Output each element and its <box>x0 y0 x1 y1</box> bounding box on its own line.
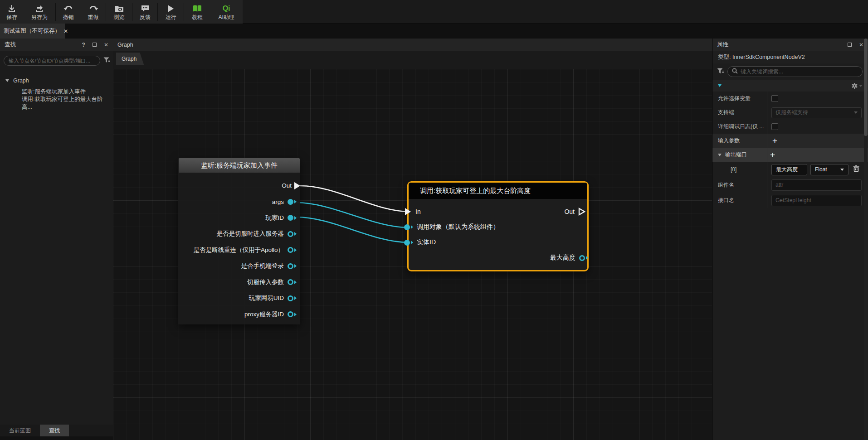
data-pin-connected[interactable] <box>288 215 297 221</box>
node-listen-player-join[interactable]: 监听:服务端玩家加入事件 Out args 玩家ID <box>178 158 300 324</box>
toolbar-button-label: 浏览 <box>114 15 125 20</box>
node-title-bar[interactable]: 调用:获取玩家可登上的最大台阶高度 <box>409 183 587 199</box>
close-icon[interactable]: ✕ <box>63 28 68 34</box>
toolbar-button-label: 教程 <box>192 15 203 20</box>
close-icon[interactable]: ✕ <box>859 42 863 48</box>
data-pin[interactable] <box>288 295 297 301</box>
wire-data <box>296 203 408 227</box>
support-dropdown[interactable]: 仅服务端支持 <box>771 107 862 118</box>
add-output-port-button[interactable]: + <box>770 150 775 159</box>
component-name-input[interactable] <box>771 179 862 191</box>
search-icon <box>732 68 738 76</box>
collapse-arrow-icon[interactable] <box>718 84 722 87</box>
prop-row-support: 支持端 仅服务端支持 <box>712 106 868 120</box>
port-row: 调用对象（默认为系统组件） <box>409 219 587 235</box>
tree-root-label: Graph <box>13 77 29 84</box>
data-pin[interactable] <box>288 231 297 237</box>
redo-button[interactable]: 重做 <box>81 0 106 24</box>
run-button[interactable]: 运行 <box>158 0 184 24</box>
verbose-log-checkbox[interactable] <box>771 123 778 130</box>
feedback-button[interactable]: 反馈 <box>132 0 157 24</box>
graph-tab-row: Graph <box>113 51 712 69</box>
data-pin[interactable] <box>288 263 297 269</box>
data-pin-connected[interactable] <box>288 199 297 205</box>
app-window: 保存 另存为 撤销 重做 <box>0 0 868 440</box>
browse-button[interactable]: 浏览 <box>106 0 132 24</box>
prop-row-verbose-log: 详细调试日志(仅 ... <box>712 120 868 134</box>
graph-panel-title: Graph <box>117 42 133 48</box>
save-as-icon <box>35 4 44 14</box>
document-tab-label: 测试蓝图（不可保存） <box>4 27 60 35</box>
collapse-arrow-icon[interactable] <box>5 79 9 82</box>
allow-var-checkbox[interactable] <box>771 95 778 102</box>
document-tab[interactable]: 测试蓝图（不可保存） ✕ <box>0 24 65 39</box>
data-pin[interactable] <box>288 279 297 285</box>
port-row: 实体ID <box>409 235 587 250</box>
find-panel-header: 查找 ? ✕ <box>0 39 113 51</box>
interface-name-input[interactable] <box>771 195 862 206</box>
save-as-button[interactable]: 另存为 <box>24 0 55 24</box>
prop-row-interface-name: 接口名 <box>712 193 868 208</box>
delete-port-button[interactable] <box>853 165 859 174</box>
bottom-strip <box>0 436 113 440</box>
properties-search-input[interactable] <box>741 68 858 75</box>
graph-canvas[interactable]: 监听:服务端玩家加入事件 Out args 玩家ID <box>113 69 712 440</box>
tutorial-book-icon <box>192 4 202 14</box>
feedback-icon <box>141 4 150 14</box>
toolbar-button-label: 撤销 <box>63 15 74 20</box>
popout-icon[interactable] <box>848 43 852 47</box>
properties-rows: 允许选择变量 支持端 仅服务端支持 详细调试日志(仅 ... 输入参数 + <box>712 92 868 208</box>
filter-icon[interactable] <box>717 68 724 76</box>
node-call-get-step-height[interactable]: 调用:获取玩家可登上的最大台阶高度 In Out 调用对象（默认为系统组件） <box>407 181 589 271</box>
exec-in-pin[interactable] <box>405 208 411 215</box>
close-icon[interactable]: ✕ <box>104 42 108 48</box>
toolbar-button-label: 反馈 <box>140 15 151 20</box>
tab-current-blueprint[interactable]: 当前蓝图 <box>0 425 40 436</box>
tutorial-button[interactable]: 教程 <box>184 0 210 24</box>
prop-row-input-params[interactable]: 输入参数 + <box>712 134 868 148</box>
tree-item-label: 调用:获取玩家可登上的最大台阶高... <box>22 96 113 111</box>
node-body: In Out 调用对象（默认为系统组件） 实体ID <box>409 199 587 266</box>
prop-row-allow-var: 允许选择变量 <box>712 92 868 106</box>
collapse-arrow-icon[interactable] <box>718 154 722 156</box>
undo-button[interactable]: 撤销 <box>56 0 81 24</box>
add-input-param-button[interactable]: + <box>772 136 777 145</box>
run-icon <box>168 4 174 14</box>
port-row: proxy服务器ID <box>178 306 300 323</box>
find-results-tree: Graph 监听:服务端玩家加入事件 调用:获取玩家可登上的最大台阶高... <box>0 69 113 109</box>
scrollbar-thumb[interactable] <box>864 39 868 136</box>
toolbar: 保存 另存为 撤销 重做 <box>0 0 868 24</box>
find-panel-title: 查找 <box>5 41 16 48</box>
help-icon[interactable]: ? <box>82 42 85 48</box>
properties-search-row <box>712 63 868 80</box>
tree-item[interactable]: 调用:获取玩家可登上的最大台阶高... <box>0 97 113 109</box>
data-pin-connected[interactable] <box>404 240 413 246</box>
column-divider <box>767 92 767 208</box>
prop-row-component-name: 组件名 <box>712 177 868 193</box>
data-pin[interactable] <box>579 255 588 261</box>
port-row: 是否是切服时进入服务器 <box>178 226 300 242</box>
filter-icon[interactable] <box>103 57 110 65</box>
exec-out-pin[interactable] <box>294 182 300 189</box>
gear-icon[interactable] <box>852 83 863 89</box>
exec-out-pin[interactable] <box>578 208 585 216</box>
port0-type-dropdown[interactable]: Float <box>810 164 848 175</box>
popout-icon[interactable] <box>93 43 97 47</box>
data-pin[interactable] <box>288 247 297 253</box>
properties-title: 属性 <box>717 41 728 48</box>
save-button[interactable]: 保存 <box>0 0 24 24</box>
toolbar-button-label: 另存为 <box>31 15 48 20</box>
find-search-input[interactable] <box>4 56 100 66</box>
tab-find[interactable]: 查找 <box>40 425 69 436</box>
ai-assistant-button[interactable]: Qi AI助理 <box>210 0 243 24</box>
scrollbar-track[interactable] <box>864 39 868 440</box>
graph-tab[interactable]: Graph <box>116 53 144 65</box>
node-title-bar[interactable]: 监听:服务端玩家加入事件 <box>178 158 300 173</box>
data-pin[interactable] <box>288 311 297 317</box>
port-row: Out <box>178 178 300 194</box>
graph-panel-header: Graph <box>113 39 712 51</box>
tree-node-graph[interactable]: Graph <box>0 75 113 86</box>
prop-row-output-ports[interactable]: 输出端口 + <box>712 148 868 162</box>
port0-name-field[interactable]: 最大高度 <box>771 164 807 175</box>
data-pin-connected[interactable] <box>404 224 413 230</box>
